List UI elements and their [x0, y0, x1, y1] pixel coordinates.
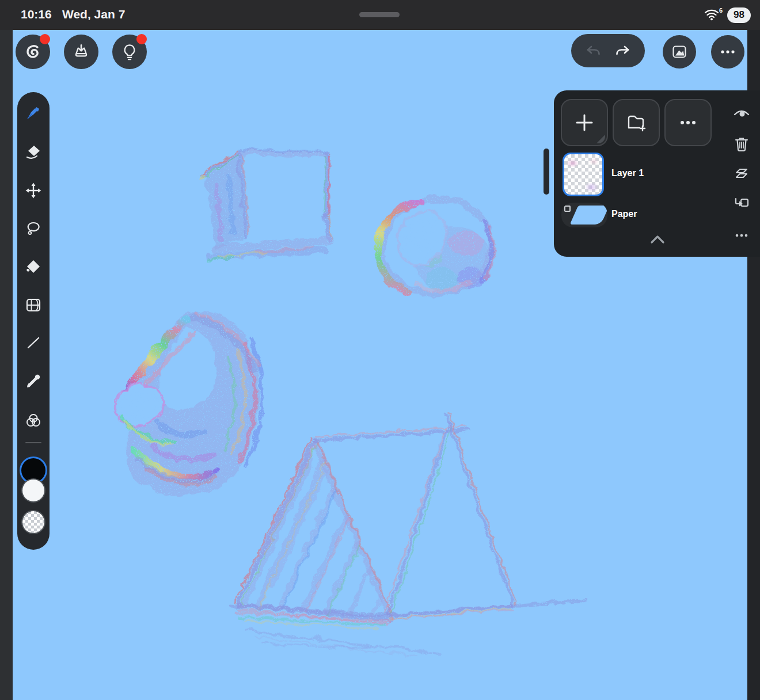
brush-icon: [24, 104, 43, 123]
eyedropper-icon: [24, 371, 43, 391]
tool-move[interactable]: [24, 181, 43, 200]
battery-percent: 98: [734, 9, 744, 21]
tool-eraser[interactable]: [24, 142, 43, 162]
more-button[interactable]: [711, 35, 744, 69]
battery-indicator: 98: [727, 7, 751, 23]
lasso-icon: [24, 219, 43, 238]
panel-more-button[interactable]: [731, 225, 752, 246]
ellipsis-icon: [678, 112, 698, 133]
move-contents-button[interactable]: [731, 193, 752, 214]
clock: 10:16: [21, 7, 52, 21]
import-button[interactable]: [64, 35, 98, 69]
gallery-button[interactable]: [663, 35, 696, 69]
sketch-cube: [197, 149, 330, 258]
tool-fill[interactable]: [24, 257, 43, 276]
redo-icon: [614, 41, 632, 60]
collapse-panel-button[interactable]: [648, 233, 667, 246]
tool-color-mixer[interactable]: [24, 411, 43, 431]
layer-thumbnail[interactable]: [563, 153, 604, 196]
tool-lasso[interactable]: [24, 219, 43, 238]
tips-button[interactable]: [112, 35, 147, 69]
wifi-icon: 6: [704, 7, 721, 22]
eraser-icon: [24, 142, 43, 162]
home-indicator[interactable]: [359, 12, 400, 17]
tool-brush[interactable]: [24, 104, 43, 123]
lightbulb-icon: [119, 41, 140, 62]
layer-name[interactable]: Paper: [611, 209, 637, 219]
left-frame-strip: [0, 30, 13, 700]
blend-layers-button[interactable]: [731, 163, 752, 184]
chevron-up-icon: [649, 234, 666, 245]
grid-guides-icon: [24, 295, 43, 315]
layer-options-button[interactable]: [664, 99, 712, 146]
undo-button[interactable]: [579, 37, 607, 64]
swatch-black[interactable]: [21, 458, 45, 482]
tool-sidebar: [17, 92, 50, 550]
notification-badge: [136, 34, 147, 44]
ellipsis-icon: [718, 42, 738, 62]
redo-button[interactable]: [609, 37, 637, 64]
color-mixer-icon: [24, 411, 43, 431]
sketch-ring: [373, 189, 497, 301]
sketch-curved-tube: [108, 309, 260, 494]
layers-panel: Layer 1 Paper: [554, 90, 760, 257]
app-logo-button[interactable]: [16, 35, 50, 69]
plus-icon: [574, 112, 595, 133]
eye-icon: [732, 104, 751, 123]
stacked-sheets-icon: [732, 165, 751, 183]
trash-icon: [732, 135, 751, 153]
tool-eyedropper[interactable]: [24, 371, 43, 391]
layer-visibility-button[interactable]: [731, 103, 752, 124]
line-icon: [24, 333, 43, 353]
add-layer-button[interactable]: [561, 99, 608, 146]
paper-thumbnail[interactable]: [561, 203, 607, 227]
app-screen: 10:16 Wed, Jan 7 6 98: [0, 0, 760, 700]
status-bar: 10:16 Wed, Jan 7 6 98: [0, 0, 760, 30]
paper-corner-icon: [564, 206, 571, 212]
folder-plus-icon: [624, 111, 648, 135]
sidebar-divider: [25, 442, 41, 443]
page-fold-corner: [596, 135, 605, 143]
swatch-transparent[interactable]: [22, 511, 44, 533]
date: Wed, Jan 7: [62, 7, 125, 21]
import-tray-icon: [71, 41, 92, 62]
notification-badge: [40, 34, 50, 44]
loop-logo-icon: [22, 41, 43, 62]
add-group-button[interactable]: [613, 99, 660, 146]
sketch-tent: [229, 411, 584, 655]
layers-panel-drag-handle[interactable]: [544, 149, 549, 195]
tool-line[interactable]: [24, 333, 43, 353]
arrow-into-box-icon: [732, 194, 751, 212]
ellipsis-icon: [732, 226, 751, 245]
wifi-generation-label: 6: [719, 7, 723, 14]
fill-bucket-icon: [24, 257, 43, 276]
swatch-white[interactable]: [22, 480, 44, 501]
image-icon: [670, 42, 689, 62]
move-icon: [24, 181, 43, 200]
delete-layer-button[interactable]: [731, 134, 752, 154]
paper-shape: [570, 206, 607, 225]
tool-guides[interactable]: [24, 295, 43, 315]
layer-name[interactable]: Layer 1: [611, 168, 644, 178]
undo-icon: [584, 41, 602, 60]
undo-redo-group: [571, 34, 645, 67]
